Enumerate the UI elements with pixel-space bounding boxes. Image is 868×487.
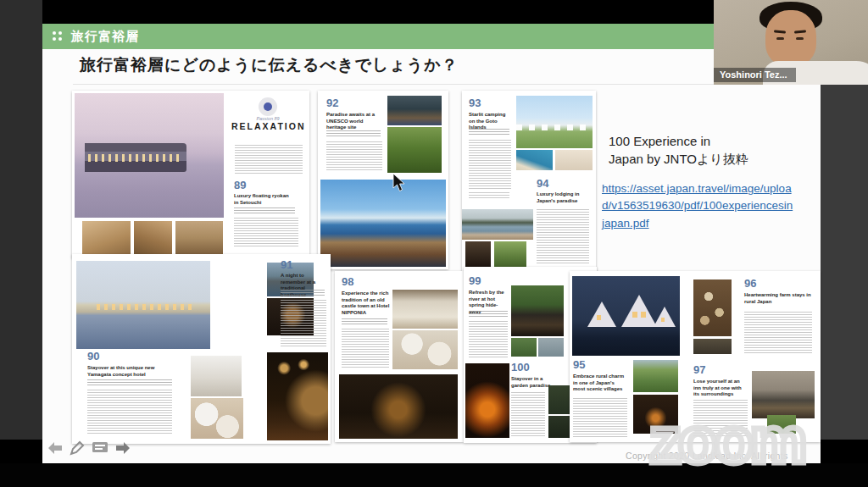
article-number-89: 89	[234, 180, 246, 191]
photo-concept-hotel-room	[191, 356, 242, 396]
bottom-letterbox-bar	[0, 463, 868, 487]
gassho-house-icon	[587, 302, 616, 327]
slide-header-bar: 旅行富裕層	[42, 24, 821, 49]
photo-onsen-garden	[511, 338, 537, 357]
magazine-page-relaxation: Passion 89 RELAXATION 89 Luxury floating…	[72, 91, 309, 258]
gassho-house-icon	[654, 307, 676, 327]
photo-yamagata-hotel-reflection	[76, 261, 210, 349]
photo-nipponia-cuisine	[392, 330, 458, 369]
text-placeholder	[326, 141, 382, 172]
presenter-eye	[776, 37, 784, 40]
article-number-100: 100	[511, 362, 530, 373]
photo-inn-lounge	[752, 371, 815, 418]
slide-title: 旅行富裕層にどのように伝えるべきでしょうか？	[80, 54, 459, 76]
text-placeholder	[469, 311, 508, 318]
text-placeholder	[693, 400, 748, 437]
presenter-face	[765, 10, 816, 66]
text-placeholder	[744, 312, 812, 354]
title-divider	[73, 84, 792, 85]
pdf-link-line2[interactable]: d/v1563519630/pdf/100experiencesin	[602, 197, 814, 214]
photo-camp-detail	[555, 150, 593, 170]
article-number-90: 90	[87, 351, 99, 362]
webcam-video-tile[interactable]: Yoshinori Tez...	[714, 0, 868, 85]
text-placeholder	[469, 129, 509, 136]
magazine-page-95-96-97: 96 Heartwarming farm stays in rural Japa…	[570, 271, 821, 442]
photo-unesco-hotel-room	[387, 96, 442, 125]
article-number-99: 99	[469, 275, 481, 286]
photo-nipponia-room	[392, 290, 458, 329]
photo-inn-garden	[767, 415, 796, 434]
article-number-98: 98	[342, 276, 353, 287]
photo-resort-lounge	[465, 241, 491, 267]
photo-castle-town-night	[339, 374, 458, 439]
magazine-page-93-94: 93 Starlit camping on the Goto Islands 9…	[462, 91, 596, 285]
article-title-89: Luxury floating ryokan in Setouchi	[234, 193, 293, 206]
photo-riverside-onsen	[511, 285, 564, 336]
photo-onsen-bath	[538, 338, 564, 357]
grid-dots-icon	[53, 31, 62, 41]
presenter-eyebrow	[774, 30, 786, 33]
pdf-link[interactable]: https://asset.japan.travel/image/uploa d…	[602, 180, 814, 232]
left-letterbox-strip	[0, 0, 42, 440]
gassho-house-icon	[621, 295, 657, 327]
text-placeholder	[342, 329, 389, 369]
text-placeholder	[342, 318, 387, 325]
text-placeholder	[281, 290, 325, 296]
photo-irori-hearth	[633, 395, 678, 434]
article-title-90: Stayover at this unique new Yamagata con…	[87, 365, 179, 378]
photo-glamping-tents	[516, 96, 593, 148]
article-number-92: 92	[326, 97, 338, 108]
presentation-slide: 旅行富裕層 旅行富裕層にどのように伝えるべきでしょうか？ Passion 89 …	[42, 24, 821, 463]
photo-farmhouse	[693, 339, 732, 354]
article-title-94: Luxury lodging in Japan's paradise	[537, 191, 589, 204]
photo-garden-torch	[465, 363, 509, 438]
text-placeholder	[87, 390, 172, 434]
article-number-97: 97	[693, 364, 705, 375]
magazine-page-92: 92 Paradise awaits at a UNESCO world her…	[318, 91, 448, 269]
photo-floating-ryokan-ship	[75, 93, 224, 218]
text-placeholder	[87, 379, 172, 386]
photo-hotel-cuisine	[191, 398, 243, 439]
article-title-92: Paradise awaits at a UNESCO world herita…	[326, 112, 384, 131]
article-title-96: Heartwarming farm stays in rural Japan	[744, 292, 812, 305]
text-placeholder	[511, 392, 545, 436]
photo-beach-cove	[516, 150, 553, 170]
next-slide-button[interactable]	[115, 441, 131, 455]
article-number-93: 93	[469, 97, 481, 108]
source-note-line1: 100 Experience in	[609, 132, 804, 150]
presenter-eye	[796, 37, 804, 40]
article-title-98: Experience the rich tradition of an old …	[342, 291, 391, 316]
text-placeholder	[537, 209, 589, 263]
ship-windows	[88, 154, 182, 162]
pdf-link-line1[interactable]: https://asset.japan.travel/image/uploa	[602, 180, 814, 197]
article-number-96: 96	[744, 278, 756, 289]
text-placeholder	[234, 218, 298, 248]
article-title-95: Embrace rural charm in one of Japan's mo…	[573, 374, 627, 393]
source-note: 100 Experience in Japan by JNTOより抜粋	[609, 132, 804, 168]
relaxation-headline: RELAXATION	[231, 121, 304, 131]
source-note-line2: Japan by JNTOより抜粋	[609, 150, 804, 168]
photo-ship-bedroom-interior	[175, 221, 223, 255]
pdf-link-line3[interactable]: japan.pdf	[602, 215, 814, 232]
text-placeholder	[235, 145, 303, 174]
comments-button[interactable]	[92, 441, 108, 455]
text-placeholder	[469, 140, 511, 189]
previous-slide-button[interactable]	[47, 441, 63, 455]
article-number-95: 95	[573, 359, 585, 370]
text-placeholder	[234, 208, 295, 214]
photo-resort-aerial	[494, 241, 526, 267]
pen-annotate-button[interactable]	[70, 440, 85, 456]
photo-infinity-pool	[462, 209, 533, 240]
photo-village-rice-paddy	[633, 360, 678, 392]
magazine-page-98: 98 Experience the rich tradition of an o…	[335, 271, 464, 442]
presenter-controls	[47, 440, 131, 456]
photo-moss-forest	[387, 127, 442, 173]
magazine-page-90-91: 90 Stayover at this unique new Yamagata …	[72, 254, 331, 444]
photo-farm-meal	[693, 279, 732, 336]
article-number-94: 94	[537, 178, 548, 189]
relaxation-column: Passion 89 RELAXATION	[231, 97, 304, 131]
article-number-91: 91	[281, 259, 292, 270]
photo-gassho-village-snow	[572, 276, 680, 356]
mouse-cursor	[392, 173, 406, 196]
passion-badge-icon	[259, 97, 277, 116]
